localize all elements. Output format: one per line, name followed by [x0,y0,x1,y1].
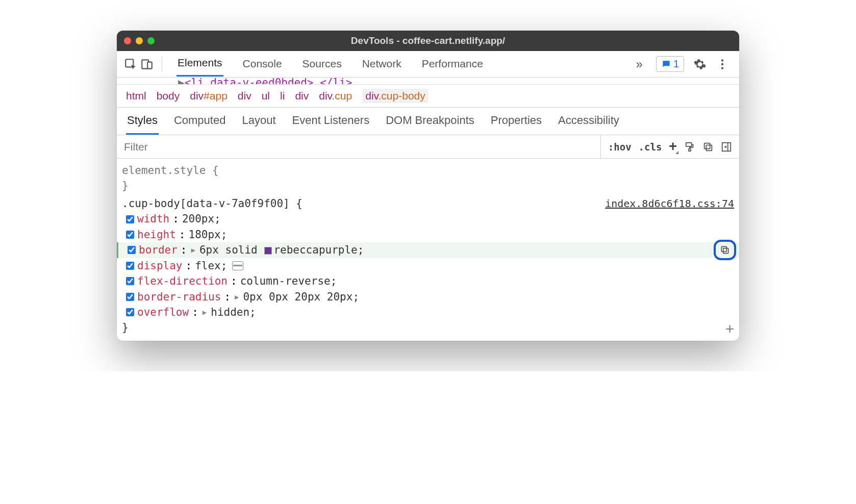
tab-sources[interactable]: Sources [301,53,343,76]
tab-network[interactable]: Network [361,53,402,76]
flex-editor-icon[interactable] [232,261,243,270]
hover-toggle[interactable]: :hov [608,141,632,153]
toggle-declaration-checkbox[interactable] [128,246,136,254]
css-property[interactable]: display [137,258,183,273]
more-tabs-button[interactable]: » [632,57,647,71]
expand-icon[interactable]: ▶ [234,292,240,302]
tab-elements[interactable]: Elements [177,52,223,77]
css-value[interactable]: 180px; [189,227,228,242]
css-declaration[interactable]: display:flex; [122,258,734,273]
subtab-accessibility[interactable]: Accessibility [557,108,620,135]
svg-point-5 [721,67,723,69]
copy-declaration-button[interactable] [714,240,736,260]
breadcrumb-item[interactable]: html [126,90,146,102]
css-declaration[interactable]: border-radius:▶0px 0px 20px 20px; [122,289,734,305]
main-tabs: Elements Console Sources Network Perform… [170,52,629,77]
css-declaration[interactable]: height:180px; [122,227,734,242]
svg-point-4 [721,63,723,65]
styles-filter-tools: :hov .cls + [600,135,739,158]
toggle-declaration-checkbox[interactable] [126,215,134,223]
toggle-declaration-checkbox[interactable] [126,293,134,301]
svg-point-3 [721,59,723,61]
device-toolbar-icon[interactable] [140,58,154,71]
new-style-rule-button[interactable]: + [669,138,677,154]
settings-icon[interactable] [693,58,707,71]
svg-rect-7 [689,148,691,151]
titlebar: DevTools - coffee-cart.netlify.app/ [117,31,739,51]
svg-rect-10 [722,142,731,151]
css-value[interactable]: flex; [195,258,227,273]
breadcrumb-item[interactable]: li [280,90,285,102]
styles-filter-bar: :hov .cls + [117,135,739,159]
subtab-properties[interactable]: Properties [490,108,543,135]
toggle-declaration-checkbox[interactable] [126,262,134,270]
copy-icon[interactable] [702,141,714,153]
kebab-menu-icon[interactable] [716,58,729,71]
breadcrumb-item[interactable]: div#app [190,90,228,102]
traffic-lights [124,37,155,44]
dom-snippet[interactable]: ▶<li data-v-eed0bded>…</li> [117,78,739,85]
cls-toggle[interactable]: .cls [639,141,662,153]
subtab-computed[interactable]: Computed [173,108,227,135]
css-property[interactable]: overflow [137,305,189,320]
svg-rect-9 [704,143,710,148]
issues-count: 1 [673,58,679,70]
devtools-window: DevTools - coffee-cart.netlify.app/ Elem… [117,31,739,341]
expand-icon[interactable]: ▶ [190,245,196,255]
main-toolbar: Elements Console Sources Network Perform… [117,51,739,78]
maximize-window-button[interactable] [147,37,155,44]
window-title: DevTools - coffee-cart.netlify.app/ [117,35,739,46]
breadcrumb-item[interactable]: ul [262,90,270,102]
add-declaration-button[interactable]: + [725,319,734,340]
breadcrumb-item[interactable]: body [157,90,180,102]
styles-pane: element.style { } .cup-body[data-v-7a0f9… [117,159,739,341]
rule-source-link[interactable]: index.8d6c6f18.css:74 [605,196,734,211]
expand-icon[interactable]: ▶ [202,307,208,317]
css-declaration[interactable]: width:200px; [122,211,734,226]
rule-selector[interactable]: .cup-body[data-v-7a0f9f00] { [122,196,303,211]
close-window-button[interactable] [124,37,131,44]
css-declaration[interactable]: flex-direction:column-reverse; [122,273,734,289]
css-property[interactable]: height [137,227,176,242]
paint-icon[interactable] [684,141,695,153]
breadcrumb-item[interactable]: div.cup [319,90,352,102]
svg-rect-8 [706,145,712,150]
toggle-declaration-checkbox[interactable] [126,231,134,239]
css-declaration[interactable]: border:▶6px solid rebeccapurple; [117,242,739,258]
css-property[interactable]: border [139,242,178,258]
color-swatch[interactable] [264,247,272,255]
css-property[interactable]: width [137,211,169,226]
css-declaration[interactable]: overflow:▶hidden; [122,305,734,320]
css-value[interactable]: hidden; [211,305,256,320]
toolbar-right: 1 [650,56,735,72]
toggle-declaration-checkbox[interactable] [126,277,134,285]
inspect-element-icon[interactable] [124,58,137,71]
styles-filter-input[interactable] [117,141,600,153]
css-value[interactable]: 200px; [182,211,221,226]
subtab-event-listeners[interactable]: Event Listeners [291,108,371,135]
minimize-window-button[interactable] [136,37,143,44]
divider [162,57,162,72]
subtab-dom-breakpoints[interactable]: DOM Breakpoints [385,108,475,135]
breadcrumb-item[interactable]: div.cup-body [362,89,429,103]
svg-rect-12 [721,247,726,252]
element-style-rule[interactable]: element.style { } [122,163,734,194]
subtab-layout[interactable]: Layout [241,108,276,135]
svg-rect-11 [723,248,728,254]
styles-subtabs: StylesComputedLayoutEvent ListenersDOM B… [117,108,739,135]
css-value[interactable]: column-reverse; [240,273,337,289]
breadcrumb-item[interactable]: div [295,90,309,102]
subtab-styles[interactable]: Styles [126,108,159,135]
css-value[interactable]: 6px solid rebeccapurple; [199,242,364,258]
tab-console[interactable]: Console [242,53,283,76]
css-property[interactable]: border-radius [137,289,221,305]
tab-performance[interactable]: Performance [421,53,484,76]
computed-panel-icon[interactable] [721,141,732,153]
issues-badge[interactable]: 1 [656,56,684,72]
toggle-declaration-checkbox[interactable] [126,308,134,316]
breadcrumb-item[interactable]: div [238,90,251,102]
breadcrumb: htmlbodydiv#appdivullidivdiv.cupdiv.cup-… [117,85,739,108]
css-value[interactable]: 0px 0px 20px 20px; [243,289,359,305]
svg-rect-6 [686,142,692,146]
css-property[interactable]: flex-direction [137,273,228,289]
